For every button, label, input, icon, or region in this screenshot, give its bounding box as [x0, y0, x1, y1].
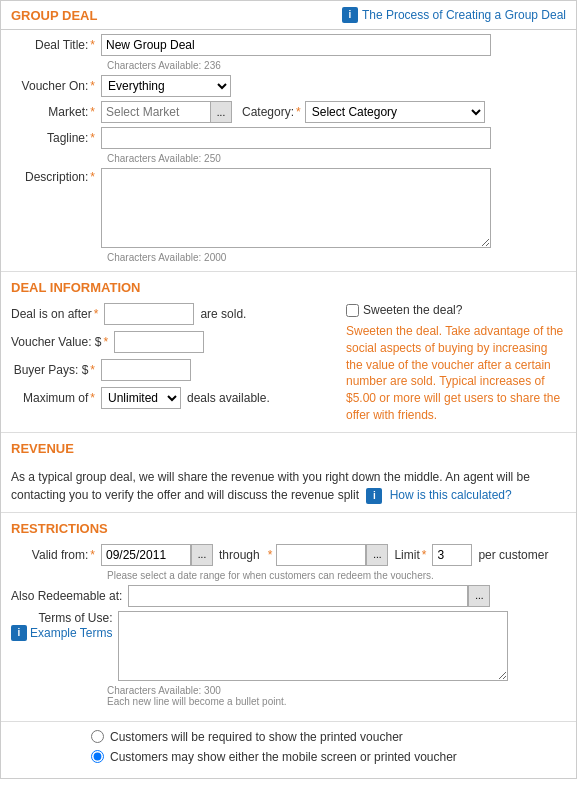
deal-info-section-header: DEAL INFORMATION — [1, 272, 576, 299]
how-calculated-link[interactable]: How is this calculated? — [390, 488, 512, 502]
terms-textarea[interactable] — [118, 611, 508, 681]
terms-label: Terms of Use: — [11, 611, 112, 625]
info-icon: i — [342, 7, 358, 23]
description-chars: Characters Available: 2000 — [107, 252, 566, 263]
deals-available-text: deals available. — [187, 391, 270, 405]
radio-printed[interactable] — [91, 730, 104, 743]
category-label: Category:* — [242, 105, 301, 119]
valid-from-label: Valid from:* — [11, 548, 101, 562]
bullet-hint: Each new line will become a bullet point… — [107, 696, 566, 707]
maximum-of-label: Maximum of* — [11, 391, 101, 405]
buyer-pays-row: Buyer Pays: $* — [11, 359, 336, 381]
radio-printed-label: Customers will be required to show the p… — [110, 730, 403, 744]
radio-row-2: Customers may show either the mobile scr… — [11, 750, 566, 764]
category-select[interactable]: Select Category — [305, 101, 485, 123]
example-terms-link[interactable]: i Example Terms — [11, 625, 112, 641]
redeemable-input[interactable] — [128, 585, 468, 607]
voucher-value-input[interactable] — [114, 331, 204, 353]
voucher-on-row: Voucher On:* Everything Specific Items — [11, 75, 566, 97]
voucher-on-label: Voucher On:* — [11, 79, 101, 93]
sweeten-row: Sweeten the deal? — [346, 303, 566, 317]
terms-chars: Characters Available: 300 — [107, 685, 566, 696]
description-label: Description:* — [11, 168, 101, 184]
market-label: Market:* — [11, 105, 101, 119]
valid-from-row: Valid from:* ... through * ... Limit* pe… — [11, 544, 566, 566]
tagline-chars: Characters Available: 250 — [107, 153, 566, 164]
limit-label: Limit* — [394, 548, 426, 562]
deal-on-after-input[interactable] — [104, 303, 194, 325]
deal-info-left: Deal is on after* are sold. Voucher Valu… — [11, 303, 336, 424]
revenue-text: As a typical group deal, we will share t… — [11, 468, 566, 504]
voucher-on-select[interactable]: Everything Specific Items — [101, 75, 231, 97]
deal-title-row: Deal Title:* — [11, 34, 566, 56]
limit-input[interactable] — [432, 544, 472, 566]
market-input[interactable] — [101, 101, 211, 123]
example-terms-label: Example Terms — [30, 626, 112, 640]
example-terms-icon: i — [11, 625, 27, 641]
deal-info-section: Deal is on after* are sold. Voucher Valu… — [1, 299, 576, 433]
deal-form-section: Deal Title:* Characters Available: 236 V… — [1, 30, 576, 272]
date-hint: Please select a date range for when cust… — [107, 570, 566, 581]
radio-row-1: Customers will be required to show the p… — [11, 730, 566, 744]
through-text: through — [219, 548, 260, 562]
tagline-input[interactable] — [101, 127, 491, 149]
radio-section: Customers will be required to show the p… — [1, 722, 576, 778]
terms-label-area: Terms of Use: i Example Terms — [11, 611, 118, 641]
deal-title-chars: Characters Available: 236 — [107, 60, 566, 71]
redeemable-browse-button[interactable]: ... — [468, 585, 490, 607]
buyer-pays-input[interactable] — [101, 359, 191, 381]
revenue-info-icon: i — [366, 488, 382, 504]
valid-from-input[interactable] — [101, 544, 191, 566]
deal-on-after-label: Deal is on after* — [11, 307, 104, 321]
restrictions-section: Valid from:* ... through * ... Limit* pe… — [1, 540, 576, 722]
valid-through-input[interactable] — [276, 544, 366, 566]
deal-title-label: Deal Title:* — [11, 38, 101, 52]
sweeten-description: Sweeten the deal. Take advantage of the … — [346, 323, 566, 424]
voucher-value-row: Voucher Value: $* — [11, 331, 336, 353]
process-link[interactable]: i The Process of Creating a Group Deal — [342, 7, 566, 23]
tagline-label: Tagline:* — [11, 131, 101, 145]
page-header: GROUP DEAL i The Process of Creating a G… — [1, 1, 576, 30]
sweeten-label: Sweeten the deal? — [363, 303, 462, 317]
voucher-value-label: Voucher Value: $* — [11, 335, 114, 349]
sweeten-checkbox[interactable] — [346, 304, 359, 317]
valid-through-calendar-button[interactable]: ... — [366, 544, 388, 566]
description-row: Description:* — [11, 168, 566, 248]
deal-on-after-row: Deal is on after* are sold. — [11, 303, 336, 325]
group-deal-title: GROUP DEAL — [11, 8, 97, 23]
redeemable-label: Also Redeemable at: — [11, 589, 128, 603]
radio-mobile[interactable] — [91, 750, 104, 763]
are-sold-text: are sold. — [200, 307, 246, 321]
redeemable-row: Also Redeemable at: ... — [11, 585, 566, 607]
buyer-pays-label: Buyer Pays: $* — [11, 363, 101, 377]
maximum-select[interactable]: Unlimited 10 25 50 100 250 500 — [101, 387, 181, 409]
per-customer-text: per customer — [478, 548, 548, 562]
market-category-row: Market:* ... Category:* Select Category — [11, 101, 566, 123]
market-browse-button[interactable]: ... — [210, 101, 232, 123]
revenue-section-header: REVENUE — [1, 433, 576, 460]
deal-info-right: Sweeten the deal? Sweeten the deal. Take… — [346, 303, 566, 424]
maximum-of-row: Maximum of* Unlimited 10 25 50 100 250 5… — [11, 387, 336, 409]
deal-title-input[interactable] — [101, 34, 491, 56]
radio-mobile-label: Customers may show either the mobile scr… — [110, 750, 457, 764]
restrictions-section-header: RESTRICTIONS — [1, 513, 576, 540]
revenue-section: As a typical group deal, we will share t… — [1, 460, 576, 513]
description-textarea[interactable] — [101, 168, 491, 248]
valid-from-calendar-button[interactable]: ... — [191, 544, 213, 566]
tagline-row: Tagline:* — [11, 127, 566, 149]
terms-section: Terms of Use: i Example Terms — [11, 611, 566, 681]
process-link-label: The Process of Creating a Group Deal — [362, 8, 566, 22]
